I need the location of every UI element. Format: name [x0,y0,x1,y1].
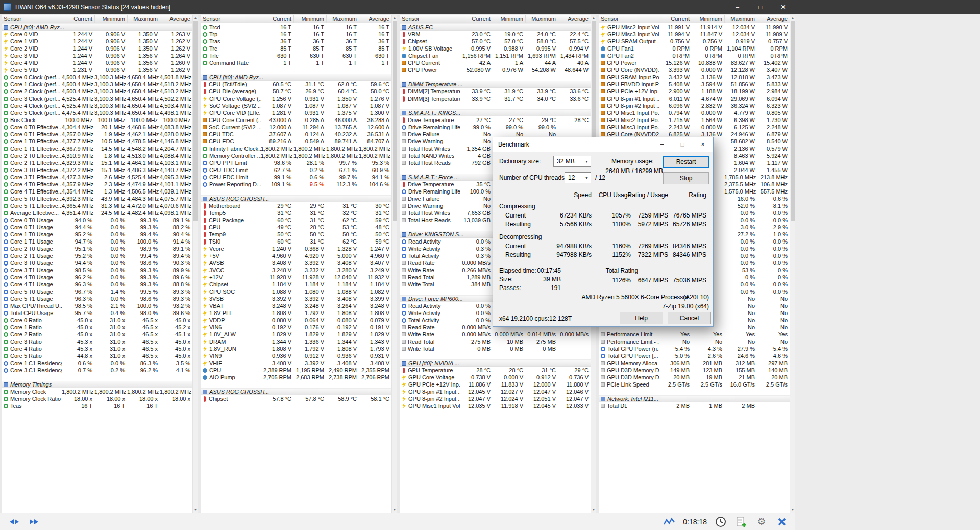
sensor-row[interactable]: Core 0 T0 Usage94.0 %0.0 %99.3 %89.1 % [2,216,192,224]
sensor-row[interactable]: CPU Core Voltage (...1.256 V0.931 V1.350… [201,95,391,102]
sensor-row[interactable]: Core 2 VID1.244 V0.906 V1.350 V1.262 V [2,45,192,52]
sensor-row[interactable]: Max CPU/Thread U...98.5 %2.1 %100.0 %93.… [2,302,192,309]
sensor-row[interactable]: Core 4 Clock (perf...4,525.4 MHz3,100.3 … [2,102,192,109]
sensor-row[interactable]: Core 3 Clock (perf...4,525.4 MHz3,100.3 … [2,95,192,102]
sensor-row[interactable]: Core 5 Clock (perf...4,475.4 MHz3,100.3 … [2,109,192,116]
sensor-row[interactable]: VRM23.0 °C19.0 °C24.0 °C22.4 °C [400,31,591,38]
cpu-threads-select[interactable]: 12 ▼ [565,172,591,183]
dialog-close-icon[interactable]: × [693,137,713,152]
sensor-row[interactable]: DRAM1.344 V1.336 V1.344 V1.343 V [201,338,391,345]
sensor-row[interactable]: GPU 8-pin #1 Input ...12.045 V12.027 V12… [400,388,591,395]
sensor-row[interactable]: Core 1 VID1.244 V0.906 V1.350 V1.262 V [2,38,192,45]
sensor-row[interactable]: CPU EDC89.216 A0.549 A89.741 A84.707 A [201,138,391,145]
sensor-row[interactable]: Core 1 Ratio45.0 x31.0 x46.5 x45.2 x [2,324,192,331]
close-button[interactable]: × [772,0,795,14]
sensor-row[interactable]: CPU Current42 A1 A44 A40 A [400,59,591,66]
sensor-row[interactable]: AIO Pump2,705 RPM2,683 RPM2,738 RPM2,706… [201,374,391,381]
pane-scrollbar[interactable]: ▲▼ [790,15,795,513]
graph-button[interactable] [663,515,676,528]
sensor-row[interactable]: GPU Power15.126 W10.838 W83.627 W15.402 … [599,59,790,66]
sensor-row[interactable]: Temp950 °C50 °C50 °C50 °C [201,231,391,238]
report-button[interactable] [734,515,748,528]
sensor-row[interactable]: 1.8V_RUN1.808 V1.792 V1.808 V1.793 V [201,345,391,352]
sensor-row[interactable]: Trfc630 T630 T630 T630 T [201,52,391,59]
sensor-row[interactable]: Trc85 T85 T85 T85 T [201,45,391,52]
sensor-row[interactable]: GPU FBVDD Input P...5.408 W3.594 W51.856… [599,81,790,88]
sensor-section-row[interactable]: ASUS ROG CROSSH... [201,388,391,395]
sensor-row[interactable]: GPU Fan10 RPM0 RPM1,104 RPM0 RPM [599,45,790,52]
sensor-row[interactable]: Chipset Fan1,156 RPM1,151 RPM1,693 RPM1,… [400,52,591,59]
sensor-row[interactable]: CPU Power52.080 W0.976 W54.208 W48.644 W [400,66,591,74]
sensor-row[interactable]: SoC Current (SVI2 ...12.000 A11.294 A13.… [201,124,391,131]
sensor-row[interactable]: Core 2 T1 Effective...4,329.3 MHz15.1 MH… [2,159,192,166]
sensor-row[interactable]: Core 4 T1 Usage96.3 %0.0 %99.3 %88.8 % [2,281,192,288]
sensor-row[interactable]: CPU Package60 °C31 °C62 °C59 °C [201,216,391,224]
sensor-row[interactable]: CPU2,389 RPM1,195 RPM2,490 RPM2,355 RPM [201,367,391,374]
sensor-row[interactable]: VDDP0.080 V0.064 V0.080 V0.079 V [201,317,391,324]
sensor-row[interactable]: 1.8V PLL1.808 V1.792 V1.808 V1.808 V [201,309,391,317]
sensor-row[interactable]: GPU Core Voltage0.738 V0.000 V0.912 V0.7… [400,374,591,381]
sensor-section-row[interactable]: Network: Intel I211... [599,395,790,402]
stop-button[interactable]: Stop [663,172,709,184]
sensor-row[interactable]: 3VCC3.248 V3.232 V3.280 V3.249 V [201,267,391,274]
scroll-down-arrow[interactable]: ▼ [591,507,596,513]
sensor-section-row[interactable]: ASUS EC [400,23,591,31]
sensor-row[interactable]: Performance Limit - ...NoNoNoNo [599,338,790,345]
sensor-row[interactable]: GPU Misc3 Input Vol...11.994 V11.847 V12… [599,31,790,38]
sensor-row[interactable]: Core 3 T0 Effective...4,372.2 MHz15.1 MH… [2,166,192,174]
sensor-row[interactable]: Total DL2 MB1 MB2 MB [599,402,790,409]
sensor-row[interactable]: GPU 8-pin #2 Input ...6.096 W2.832 W36.3… [599,102,790,109]
sensor-row[interactable]: Core 1 T1 Usage94.7 %0.0 %100.0 %91.4 % [2,238,192,245]
settings-button[interactable]: ⚙ [755,515,768,528]
sensor-row[interactable]: VBAT3.248 V3.248 V3.264 V3.248 V [201,302,391,309]
sensor-row[interactable]: Temp531 °C31 °C32 °C31 °C [201,209,391,216]
sensor-row[interactable]: GPU SRAM Output ...0.756 V0.756 V0.919 V… [599,38,790,45]
sensor-row[interactable]: Read Total275 MB10 MB275 MB [400,338,591,345]
sensor-row[interactable]: Core 4 VID1.244 V0.906 V1.356 V1.260 V [2,59,192,66]
sensor-row[interactable]: Total CPU Usage95.7 %0.4 %98.0 %89.6 % [2,309,192,317]
sensor-row[interactable]: CPU TDC Limit62.7 %0.2 %67.1 %60.9 % [201,166,391,174]
sensor-row[interactable]: GPU Fan20 RPM0 RPM0 RPM0 RPM [599,52,790,59]
sensor-row[interactable]: GPU D3D Memory D...149 MB123 MB155 MB140… [599,367,790,374]
sensor-row[interactable]: Core 0 Ratio45.0 x31.0 x46.5 x45.0 x [2,317,192,324]
sensor-row[interactable]: CPU49 °C28 °C53 °C48 °C [201,224,391,231]
sensor-row[interactable]: Core 4 T1 Effective...4,354.4 MHz1.3 MHz… [2,188,192,195]
sensor-row[interactable]: Core 4 T0 Effective...4,357.9 MHz2.3 MHz… [2,181,192,188]
sensor-row[interactable]: Tras36 T36 T36 T36 T [201,38,391,45]
sensor-row[interactable]: Core 2 T1 Usage95.2 %0.0 %99.4 %89.4 % [2,252,192,259]
sensor-row[interactable]: SoC Voltage (SVI2 ...1.087 V1.087 V1.087… [201,102,391,109]
sensor-row[interactable]: Chipset1.184 V1.184 V1.184 V1.184 V [201,281,391,288]
cancel-button[interactable]: Cancel [668,312,711,324]
sensor-row[interactable]: +5V4.960 V4.920 V5.000 V4.960 V [201,252,391,259]
sensor-row[interactable]: Core 0 T0 Effective...4,304.4 MHz20.1 MH… [2,124,192,131]
sensor-section-row[interactable]: CPU [#0]: AMD Ryz... [2,23,192,31]
scroll-up-arrow[interactable]: ▲ [591,15,596,21]
sensor-row[interactable]: CPU TDC37.607 A0.124 A40.232 A36.531 A [201,131,391,138]
scroll-down-arrow[interactable]: ▼ [193,507,198,513]
scroll-up-arrow[interactable]: ▲ [193,15,198,21]
maximize-button[interactable]: □ [749,0,772,14]
sensor-row[interactable]: Core 1 T0 Effective...4,377.7 MHz10.5 MH… [2,138,192,145]
dialog-maximize-button[interactable]: □ [672,137,693,152]
sensor-row[interactable]: Core 1 T1 Effective...4,367.9 MHz14.5 MH… [2,145,192,152]
sensor-row[interactable]: Core 0 T1 Effective...4,257.0 MHz1.9 MHz… [2,131,192,138]
sensor-row[interactable]: 1.00V SB Voltage0.995 V0.988 V0.995 V0.9… [400,45,591,52]
sensor-row[interactable]: Core 4 Ratio45.3 x31.0 x46.5 x45.0 x [2,345,192,352]
sensor-row[interactable]: Core 1 Clock (perf...4,500.4 MHz3,100.3 … [2,81,192,88]
sensor-row[interactable]: VIN60.192 V0.176 V0.192 V0.191 V [201,324,391,331]
sensor-row[interactable]: CPU Core VID (Effe...1.281 V0.931 V1.375… [201,109,391,116]
sensor-row[interactable]: Core 5 Ratio44.8 x31.0 x46.5 x45.0 x [2,352,192,359]
sensor-row[interactable]: Average Effective...4,351.4 MHz24.5 MHz4… [2,209,192,216]
sensor-row[interactable]: Write Rate0.000 MB/s0.000 MB/s0.014 MB/s… [400,331,591,338]
sensor-row[interactable]: +12V11.928 V11.928 V12.040 V11.932 V [201,274,391,281]
sensor-section-row[interactable]: CPU [#0]: AMD Ryz... [201,74,391,81]
scrollbar-thumb[interactable] [193,21,198,221]
sensor-row[interactable]: GPU Misc1 Input Po...0.794 W0.000 W4.779… [599,109,790,116]
minimize-button[interactable]: – [726,0,749,14]
sensor-row[interactable]: PCIe Link Speed2.5 GT/s2.5 GT/s16.0 GT/s… [599,381,790,388]
sensor-section-row[interactable]: ASUS ROG CROSSH... [201,195,391,202]
sensor-row[interactable]: Core 3 C1 Residency0.7 %0.2 %96.2 %4.1 % [2,367,192,374]
move-value-right-button[interactable] [26,515,42,528]
sensor-row[interactable]: GPU D3D Memory D...20 MB19 MB21 MB20 MB [599,374,790,381]
sensor-row[interactable]: Core 3 T1 Effective...4,427.3 MHz2.6 MHz… [2,174,192,181]
